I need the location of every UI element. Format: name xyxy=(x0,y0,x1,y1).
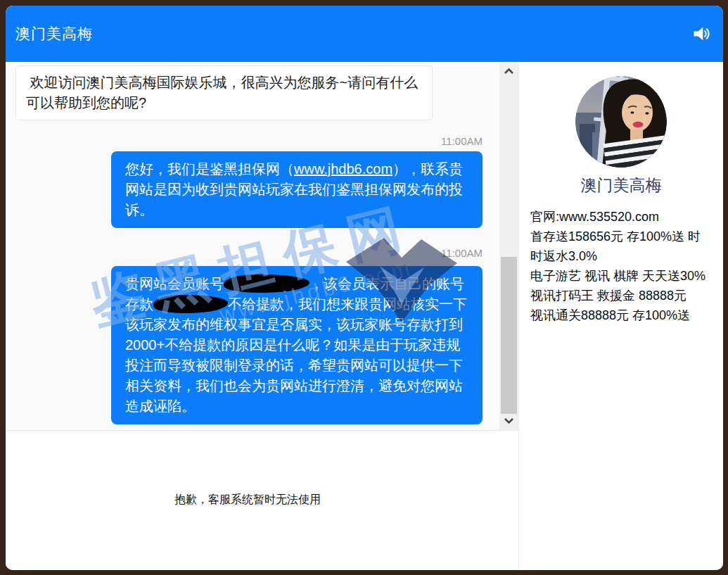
inline-link[interactable]: www.jhdb6.com xyxy=(294,161,392,177)
chat-message-sent: 您好，我们是鉴黑担保网（www.jhdb6.com），联系贵网站是因为收到贵网站… xyxy=(111,151,483,228)
redaction-blob xyxy=(224,274,309,293)
main-content: 欢迎访问澳门美高梅国际娱乐城，很高兴为您服务~请问有什么可以帮助到您的呢? 11… xyxy=(6,62,723,570)
scroll-down-icon[interactable] xyxy=(499,413,518,429)
redaction-blob xyxy=(153,295,228,313)
input-disabled-area: 抱歉，客服系统暂时无法使用 xyxy=(6,431,518,570)
chat-log: 欢迎访问澳门美高梅国际娱乐城，很高兴为您服务~请问有什么可以帮助到您的呢? 11… xyxy=(6,62,518,431)
timestamp: 11:00AM xyxy=(441,135,483,147)
chat-message-sent: 贵网站会员账号，该会员表示自己的账号存款不给提款，我们想来跟贵网站核实一下该玩家… xyxy=(111,266,483,424)
system-notice: 抱歉，客服系统暂时无法使用 xyxy=(174,493,321,507)
promo-text: 官网:www.535520.com 首存送158656元 存100%送 时时返水… xyxy=(530,207,713,325)
chat-window: 澳门美高梅 欢迎访问澳门美高梅国际娱乐城，很高兴为您服务~请问有什么可以帮助到您… xyxy=(6,6,723,570)
chat-message-received: 欢迎访问澳门美高梅国际娱乐城，很高兴为您服务~请问有什么可以帮助到您的呢? xyxy=(15,65,433,120)
scrollbar-thumb[interactable] xyxy=(501,257,517,414)
avatar xyxy=(575,76,667,168)
chat-column: 欢迎访问澳门美高梅国际娱乐城，很高兴为您服务~请问有什么可以帮助到您的呢? 11… xyxy=(6,62,518,570)
scrollbar[interactable] xyxy=(499,62,518,430)
chat-header: 澳门美高梅 xyxy=(6,6,723,62)
page-title: 澳门美高梅 xyxy=(15,24,93,44)
agent-panel: 澳门美高梅 官网:www.535520.com 首存送158656元 存100%… xyxy=(518,62,723,570)
agent-name: 澳门美高梅 xyxy=(519,175,723,196)
scroll-up-icon[interactable] xyxy=(499,63,518,79)
timestamp: 11:00AM xyxy=(441,247,483,259)
speaker-icon[interactable] xyxy=(689,22,713,46)
